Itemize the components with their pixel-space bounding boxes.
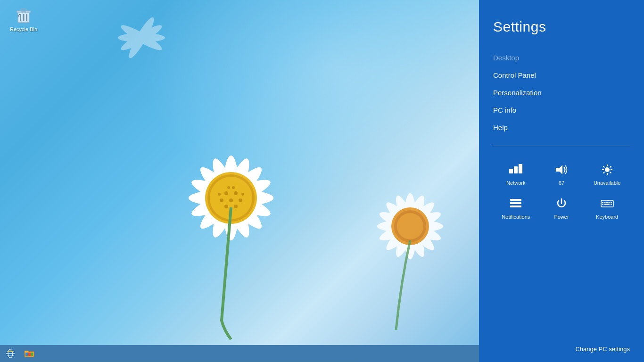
volume-icon — [555, 164, 568, 177]
svg-rect-82 — [510, 202, 521, 204]
internet-explorer-taskbar-button[interactable] — [2, 345, 19, 362]
settings-personalization-item[interactable]: Personalization — [493, 84, 630, 101]
notifications-label: Notifications — [502, 214, 530, 220]
power-label: Power — [554, 214, 569, 220]
brightness-label: Unavailable — [594, 180, 620, 186]
svg-rect-85 — [602, 202, 603, 203]
svg-rect-67 — [31, 353, 33, 356]
svg-marker-71 — [556, 165, 562, 174]
quick-setting-brightness[interactable]: Unavailable — [584, 160, 630, 189]
quick-settings-grid: Network 67 — [493, 160, 630, 223]
svg-rect-57 — [26, 14, 27, 21]
notifications-icon — [509, 198, 522, 211]
svg-rect-89 — [611, 202, 612, 203]
svg-line-80 — [603, 172, 604, 173]
svg-rect-55 — [20, 14, 21, 21]
settings-title: Settings — [493, 19, 630, 35]
svg-rect-59 — [21, 9, 26, 11]
svg-rect-83 — [510, 206, 521, 207]
keyboard-icon — [601, 198, 614, 211]
svg-rect-92 — [605, 204, 610, 205]
svg-line-79 — [610, 166, 611, 168]
svg-rect-81 — [510, 199, 521, 201]
settings-panel: Settings Desktop Control Panel Personali… — [479, 0, 644, 362]
change-pc-settings-link[interactable]: Change PC settings — [575, 346, 630, 353]
quick-setting-keyboard[interactable]: Keyboard — [584, 194, 630, 223]
taskbar — [0, 345, 479, 362]
svg-rect-53 — [0, 0, 479, 345]
quick-setting-notifications[interactable]: Notifications — [493, 194, 539, 223]
svg-rect-86 — [604, 202, 605, 203]
volume-label: 67 — [559, 180, 564, 186]
file-explorer-taskbar-button[interactable] — [21, 345, 38, 362]
keyboard-label: Keyboard — [596, 214, 618, 220]
quick-setting-power[interactable]: Power — [539, 194, 585, 223]
svg-rect-93 — [611, 204, 612, 205]
recycle-bin-icon[interactable]: Recycle Bin — [5, 4, 42, 34]
svg-rect-88 — [608, 202, 610, 203]
settings-pc-info-item[interactable]: PC info — [493, 101, 630, 119]
quick-setting-network[interactable]: Network — [493, 160, 539, 189]
settings-help-item[interactable]: Help — [493, 119, 630, 136]
quick-setting-volume[interactable]: 67 — [539, 160, 585, 189]
recycle-bin-image — [14, 6, 33, 25]
recycle-bin-label: Recycle Bin — [10, 26, 37, 33]
svg-rect-70 — [519, 164, 522, 173]
svg-rect-65 — [25, 353, 28, 356]
svg-point-72 — [605, 167, 610, 172]
network-icon — [509, 164, 522, 177]
brightness-icon — [601, 164, 614, 177]
svg-rect-87 — [606, 202, 608, 203]
settings-desktop-item: Desktop — [493, 49, 630, 66]
settings-divider — [493, 146, 630, 146]
svg-rect-66 — [28, 353, 31, 356]
power-icon — [555, 198, 568, 211]
svg-rect-68 — [509, 169, 513, 173]
svg-line-78 — [610, 172, 611, 173]
desktop — [0, 0, 479, 345]
settings-control-panel-item[interactable]: Control Panel — [493, 66, 630, 84]
network-label: Network — [506, 180, 525, 186]
svg-rect-56 — [23, 14, 25, 21]
svg-line-77 — [603, 166, 604, 168]
svg-rect-90 — [602, 204, 603, 205]
svg-rect-69 — [514, 166, 518, 173]
